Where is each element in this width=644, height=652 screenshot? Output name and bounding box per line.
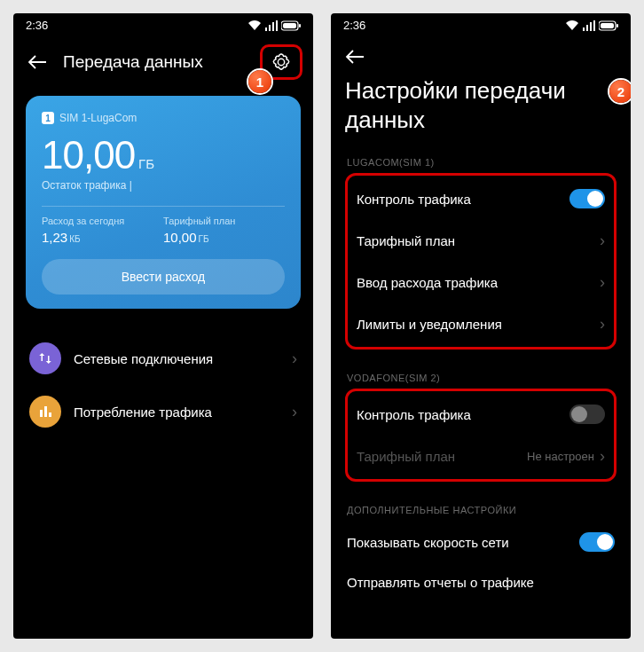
- sim1-group-highlight: Контроль трафика Тарифный план › Ввод ра…: [345, 173, 617, 350]
- callout-2: 2: [609, 80, 631, 103]
- clock: 2:36: [26, 19, 48, 32]
- today-label: Расход за сегодня: [42, 216, 163, 226]
- usage-label: Потребление трафика: [74, 405, 292, 420]
- show-speed-row[interactable]: Показывать скорость сети: [345, 521, 617, 563]
- swap-icon: [29, 342, 61, 374]
- svg-rect-4: [44, 406, 47, 417]
- plan-value-2: Не настроен: [527, 450, 594, 463]
- traffic-control-label: Контроль трафика: [357, 407, 569, 422]
- traffic-control-row-2[interactable]: Контроль трафика: [355, 393, 607, 436]
- plan-label-2: Тарифный план: [357, 449, 527, 464]
- plan-value: 10,00: [163, 230, 197, 245]
- bars-icon: [29, 396, 61, 428]
- chevron-right-icon: ›: [600, 232, 605, 250]
- battery-icon: [599, 20, 618, 31]
- svg-rect-3: [40, 410, 43, 417]
- status-icons: [247, 20, 301, 31]
- sim1-header: LUGACOM(SIM 1): [345, 150, 617, 173]
- plan-block: Тарифный план 10,00ГБ: [163, 216, 285, 245]
- plan-row[interactable]: Тарифный план ›: [355, 220, 607, 262]
- sim-icon: 1: [42, 112, 54, 124]
- appbar: Передача данных 1: [13, 35, 313, 89]
- arrow-left-icon: [345, 50, 365, 64]
- speed-label: Показывать скорость сети: [347, 535, 579, 550]
- sim-label: SIM 1-LugaCom: [59, 112, 137, 124]
- sim2-header: VODAFONE(SIM 2): [345, 365, 617, 389]
- data-remaining-label: Остаток трафика |: [42, 179, 285, 192]
- network-connections-item[interactable]: Сетевые подключения ›: [26, 332, 301, 385]
- svg-rect-1: [283, 23, 296, 28]
- page-title: Настройки передачи данных: [345, 76, 617, 134]
- chevron-right-icon: ›: [292, 403, 297, 421]
- phone-right: 2:36 2 Настройки передачи данных LUGACOM…: [331, 13, 631, 639]
- arrow-left-icon: [27, 55, 47, 69]
- today-value: 1,23: [42, 230, 67, 245]
- plan-unit: ГБ: [199, 234, 209, 244]
- data-unit: ГБ: [138, 156, 154, 171]
- extra-header: ДОПОЛНИТЕЛЬНЫЕ НАСТРОЙКИ: [345, 498, 617, 521]
- chevron-right-icon: ›: [600, 273, 605, 292]
- clock: 2:36: [343, 19, 365, 32]
- plan-label: Тарифный план: [357, 233, 600, 248]
- wifi-icon: [565, 20, 579, 31]
- settings-button-highlight: 1: [260, 44, 302, 80]
- data-card[interactable]: 1 SIM 1-LugaCom 10,00 ГБ Остаток трафика…: [26, 96, 301, 309]
- svg-rect-5: [49, 412, 51, 417]
- network-label: Сетевые подключения: [74, 351, 292, 366]
- page-title: Передача данных: [63, 52, 260, 72]
- settings-button[interactable]: [271, 52, 291, 72]
- back-button[interactable]: [342, 44, 368, 69]
- send-reports-row[interactable]: Отправлять отчеты о трафике: [345, 563, 617, 601]
- statusbar: 2:36: [13, 13, 313, 35]
- signal-icon: [265, 20, 278, 31]
- gear-icon: [271, 52, 291, 72]
- chevron-right-icon: ›: [600, 315, 605, 334]
- appbar: [331, 35, 631, 69]
- plan-label: Тарифный план: [163, 216, 285, 226]
- signal-icon: [583, 20, 595, 31]
- traffic-control-row[interactable]: Контроль трафика: [355, 177, 607, 220]
- svg-rect-7: [601, 23, 614, 28]
- traffic-control-toggle[interactable]: [569, 189, 605, 208]
- limits-label: Лимиты и уведомления: [357, 317, 600, 332]
- callout-1: 1: [248, 70, 271, 93]
- reports-label: Отправлять отчеты о трафике: [347, 575, 615, 590]
- enter-usage-button[interactable]: Ввести расход: [42, 259, 285, 295]
- svg-rect-8: [617, 24, 618, 27]
- sim-indicator: 1 SIM 1-LugaCom: [42, 112, 285, 124]
- sim2-group-highlight: Контроль трафика Тарифный план Не настро…: [345, 389, 617, 482]
- svg-rect-2: [299, 24, 301, 27]
- plan-row-2[interactable]: Тарифный план Не настроен ›: [355, 436, 607, 477]
- divider: [42, 206, 285, 207]
- input-usage-row[interactable]: Ввод расхода трафика ›: [355, 262, 607, 303]
- battery-icon: [281, 20, 301, 31]
- data-remaining: 10,00 ГБ: [42, 133, 285, 177]
- chevron-right-icon: ›: [292, 350, 297, 368]
- status-icons: [565, 20, 618, 31]
- statusbar: 2:36: [331, 13, 631, 35]
- today-unit: КБ: [69, 234, 80, 244]
- input-label: Ввод расхода трафика: [357, 275, 600, 290]
- today-usage: Расход за сегодня 1,23КБ: [42, 216, 163, 245]
- show-speed-toggle[interactable]: [579, 532, 615, 552]
- traffic-control-label: Контроль трафика: [357, 192, 569, 207]
- traffic-control-toggle-2[interactable]: [569, 405, 605, 424]
- limits-row[interactable]: Лимиты и уведомления ›: [355, 303, 607, 345]
- data-amount: 10,00: [42, 133, 135, 177]
- back-button[interactable]: [24, 50, 51, 75]
- chevron-right-icon: ›: [600, 447, 605, 466]
- wifi-icon: [247, 20, 262, 31]
- phone-left: 2:36 Передача данных 1 1 SIM 1-LugaCom 1…: [13, 13, 313, 639]
- traffic-usage-item[interactable]: Потребление трафика ›: [26, 385, 301, 438]
